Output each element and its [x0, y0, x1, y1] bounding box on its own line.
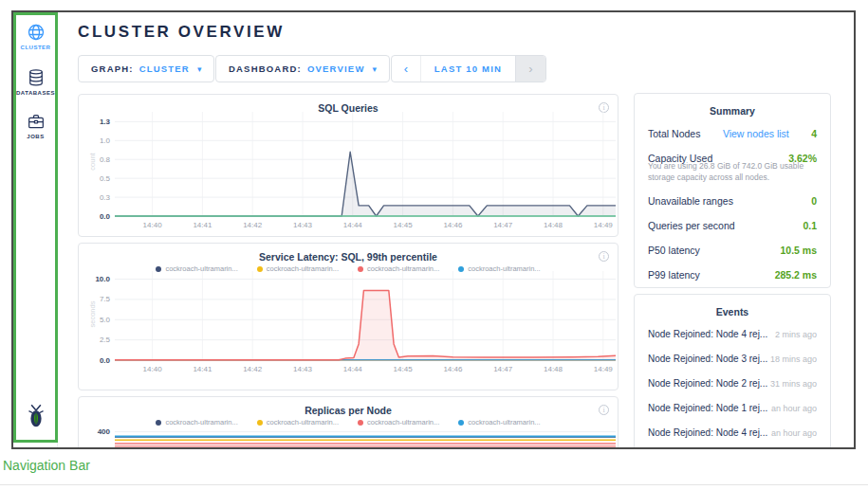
y-axis-tick: 400 [79, 427, 110, 436]
legend-dot-icon [156, 420, 161, 426]
y-axis-tick: 0.3 [79, 193, 110, 202]
summary-row-total-nodes: Total Nodes View nodes list 4 [648, 128, 817, 139]
x-axis-tick: 14:45 [387, 221, 419, 229]
x-axis-tick: 14:45 [387, 365, 419, 373]
x-axis-tick: 14:42 [236, 221, 268, 229]
y-axis-tick: 5.0 [79, 316, 110, 324]
event-row[interactable]: Node Rejoined: Node 4 rej...an hour ago [648, 427, 817, 449]
annotation-caption: Navigation Bar [3, 458, 90, 473]
chart-legend: cockroach-ultramarin...cockroach-ultrama… [79, 418, 618, 426]
time-range-value[interactable]: LAST 10 MIN [421, 56, 515, 82]
legend-dot-icon [358, 420, 363, 426]
x-axis-tick: 14:41 [186, 221, 218, 229]
chevron-left-icon: ‹ [404, 62, 408, 76]
legend-dot-icon [458, 420, 464, 426]
x-axis-tick: 14:49 [587, 221, 619, 229]
info-icon[interactable] [599, 251, 609, 262]
event-row[interactable]: Node Rejoined: Node 3 rej...18 mins ago [648, 354, 817, 378]
qps-value: 0.1 [803, 220, 817, 231]
database-icon [27, 68, 46, 87]
event-text: Node Rejoined: Node 4 rej... [648, 329, 767, 339]
info-icon[interactable] [599, 405, 609, 415]
x-axis-tick: 14:49 [587, 365, 619, 373]
x-axis-tick: 14:48 [537, 221, 569, 229]
legend-label: cockroach-ultramarin... [468, 418, 540, 426]
p99-latency-value: 285.2 ms [775, 269, 817, 281]
chart-plot-area[interactable] [115, 271, 616, 360]
legend-label: cockroach-ultramarin... [267, 418, 339, 426]
event-row[interactable]: Node Rejoined: Node 1 rej...an hour ago [648, 403, 817, 427]
service-latency-chart: Service Latency: SQL, 99th percentile co… [78, 243, 619, 390]
event-row[interactable]: Node Rejoined: Node 4 rej...2 mins ago [648, 329, 817, 354]
summary-panel: Summary Total Nodes View nodes list 4 Ca… [634, 93, 831, 288]
x-axis-tick: 14:41 [186, 365, 218, 373]
event-text: Node Rejoined: Node 2 rej... [648, 378, 767, 389]
legend-label: cockroach-ultramarin... [165, 418, 237, 426]
summary-row-unavailable-ranges: Unavailable ranges 0 [648, 195, 817, 207]
legend-label: cockroach-ultramarin... [367, 418, 439, 426]
sidebar-item-label: JOBS [13, 134, 58, 139]
time-range-prev-button[interactable]: ‹ [392, 56, 421, 82]
x-axis-tick: 14:40 [137, 365, 169, 373]
event-time: 18 mins ago [770, 354, 817, 364]
x-axis-tick: 14:46 [436, 221, 469, 229]
event-time: an hour ago [771, 428, 817, 438]
chevron-down-icon: ▾ [197, 64, 202, 74]
dashboard-dropdown-value: OVERVIEW [307, 64, 365, 74]
sidebar-item-jobs[interactable]: JOBS [13, 112, 58, 139]
x-axis-tick: 14:42 [236, 365, 268, 373]
graph-dropdown[interactable]: GRAPH: CLUSTER ▾ [78, 55, 214, 82]
y-axis-tick: 0.0 [79, 212, 110, 221]
legend-dot-icon [257, 420, 263, 426]
replicas-per-node-chart: Replicas per Node cockroach-ultramarin..… [78, 396, 619, 449]
legend-item[interactable]: cockroach-ultramarin... [156, 418, 237, 426]
y-axis-tick: 1.0 [79, 136, 110, 145]
graph-dropdown-value: CLUSTER [139, 64, 190, 74]
bottom-divider [0, 484, 868, 485]
y-axis-tick: 0.5 [79, 174, 110, 183]
sidebar-item-label: CLUSTER [13, 45, 58, 50]
total-nodes-label: Total Nodes [648, 128, 700, 139]
x-axis-tick: 14:44 [337, 365, 369, 373]
briefcase-icon [27, 112, 46, 131]
chart-plot-area[interactable] [115, 112, 616, 216]
sidebar-item-databases[interactable]: DATABASES [13, 68, 58, 96]
view-nodes-list-link[interactable]: View nodes list [723, 128, 789, 139]
y-axis-tick: 1.3 [79, 118, 110, 126]
summary-row-p99: P99 latency 285.2 ms [648, 269, 817, 281]
dashboard-dropdown[interactable]: DASHBOARD: OVERVIEW ▾ [215, 55, 390, 82]
sidebar-item-cluster[interactable]: CLUSTER [13, 23, 58, 50]
sidebar-item-label: DATABASES [13, 90, 58, 96]
y-axis-tick: 7.5 [79, 295, 110, 303]
legend-item[interactable]: cockroach-ultramarin... [458, 418, 540, 426]
summary-title: Summary [648, 105, 817, 117]
chart-title: Replicas per Node [79, 405, 618, 416]
p50-latency-label: P50 latency [648, 245, 700, 256]
events-title: Events [648, 306, 817, 318]
event-text: Node Rejoined: Node 3 rej... [648, 354, 767, 364]
x-axis-tick: 14:40 [137, 221, 169, 229]
x-axis-tick: 14:46 [436, 365, 469, 373]
event-time: an hour ago [771, 404, 817, 413]
legend-item[interactable]: cockroach-ultramarin... [358, 418, 439, 426]
y-axis-tick: 10.0 [79, 275, 110, 283]
events-list: Node Rejoined: Node 4 rej...2 mins agoNo… [648, 329, 817, 449]
legend-item[interactable]: cockroach-ultramarin... [257, 418, 339, 426]
x-axis-tick: 14:48 [537, 365, 569, 373]
event-row[interactable]: Node Rejoined: Node 2 rej...31 mins ago [648, 378, 817, 403]
x-axis-tick: 14:47 [487, 365, 519, 373]
graph-dropdown-label: GRAPH: [91, 64, 134, 74]
app-window: CLUSTER DATABASES JOBS [11, 10, 856, 449]
time-range-next-button-disabled[interactable]: › [515, 56, 545, 82]
chevron-right-icon: › [528, 62, 532, 76]
x-axis-tick: 14:43 [286, 221, 319, 229]
capacity-description: You are using 26.8 GiB of 742.0 GiB usab… [648, 160, 817, 184]
cockroachdb-logo [13, 403, 58, 433]
qps-label: Queries per second [648, 220, 735, 231]
chevron-down-icon: ▾ [373, 64, 378, 74]
total-nodes-value: 4 [811, 128, 817, 139]
chart-plot-area[interactable] [115, 427, 616, 449]
unavailable-ranges-value: 0 [811, 195, 817, 207]
y-axis-tick: 0.8 [79, 155, 110, 164]
navigation-bar: CLUSTER DATABASES JOBS [13, 12, 58, 447]
